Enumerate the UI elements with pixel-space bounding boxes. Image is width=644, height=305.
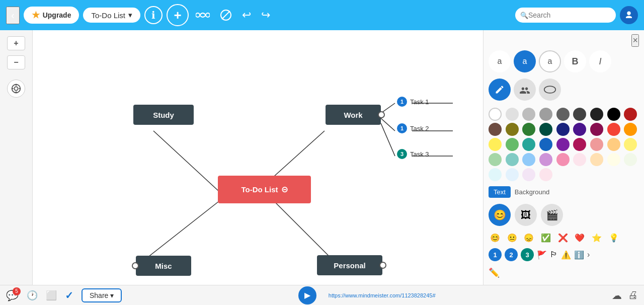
badge-3[interactable]: 3 [521,248,534,261]
flag-red[interactable]: 🚩 [537,250,547,260]
zoom-in-button[interactable]: + [7,36,25,50]
emoji-heart[interactable]: ❤️ [573,231,586,244]
color-swatch[interactable] [624,138,637,151]
color-swatch[interactable] [556,153,570,166]
color-swatch[interactable] [506,153,519,166]
text-style-normal[interactable]: a [489,50,511,72]
color-swatch[interactable] [489,123,502,136]
emoji-neutral[interactable]: 😐 [506,231,519,244]
share-button[interactable]: Share ▾ [82,288,122,302]
task-3-item[interactable]: 3 Task 3 [397,149,429,159]
search-input[interactable] [515,8,616,23]
cloud-icon[interactable]: ☁ [612,289,622,301]
emoji-media-button[interactable]: 😊 [489,204,511,226]
back-button[interactable]: ‹ [6,7,20,24]
color-swatch[interactable] [590,138,603,151]
flag-info[interactable]: ℹ️ [574,250,584,260]
color-swatch[interactable] [590,108,603,121]
color-swatch[interactable] [556,138,570,151]
color-swatch[interactable] [506,168,519,181]
draw-icon[interactable]: ✏️ [489,268,500,278]
color-swatch[interactable] [573,153,586,166]
color-swatch[interactable] [489,168,502,181]
color-swatch[interactable] [624,123,637,136]
color-swatch[interactable] [489,108,502,121]
color-swatch[interactable] [506,138,519,151]
print-icon[interactable]: 🖨 [628,289,638,301]
history-icon[interactable]: 🕐 [27,290,38,301]
panel-close-button[interactable]: × [631,34,639,47]
target-button[interactable] [7,80,25,98]
text-toggle-button[interactable]: Text [489,186,511,198]
badge-1[interactable]: 1 [489,248,502,261]
color-swatch[interactable] [556,108,570,121]
text-style-outline[interactable]: a [539,50,561,72]
check-icon[interactable]: ✓ [65,289,73,301]
info-button[interactable]: ℹ [144,6,163,24]
text-style-bold[interactable]: B [564,50,586,72]
emoji-check[interactable]: ✅ [539,231,552,244]
node-center[interactable]: To-Do List ⊝ [218,176,311,203]
badge-2[interactable]: 2 [505,248,518,261]
color-swatch[interactable] [539,108,552,121]
node-misc[interactable]: Misc [136,256,191,276]
color-swatch[interactable] [522,168,535,181]
diagram-title-button[interactable]: To-Do List ▾ [83,8,140,23]
color-swatch[interactable] [624,108,637,121]
upgrade-button[interactable]: ★ Upgrade [24,7,79,24]
color-swatch[interactable] [539,168,552,181]
color-swatch[interactable] [522,108,535,121]
emoji-star[interactable]: ⭐ [590,231,603,244]
color-swatch[interactable] [590,153,603,166]
color-swatch[interactable] [539,138,552,151]
redo-button[interactable]: ↪ [258,7,273,24]
color-swatch[interactable] [607,153,620,166]
text-style-filled[interactable]: a [514,50,536,72]
zoom-out-button[interactable]: − [7,55,25,69]
play-button[interactable]: ▶ [298,286,316,304]
color-swatch[interactable] [573,108,586,121]
more-emojis-button[interactable]: › [587,250,590,259]
connect-button[interactable] [193,8,213,22]
slash-button[interactable] [217,7,235,23]
color-swatch[interactable] [522,123,535,136]
shape-icon[interactable]: ⬜ [46,290,57,301]
shape-ellipse-button[interactable] [539,79,561,101]
color-swatch[interactable] [522,153,535,166]
image-media-button[interactable]: 🖼 [515,204,537,226]
color-swatch[interactable] [624,153,637,166]
emoji-bulb[interactable]: 💡 [607,231,620,244]
color-swatch[interactable] [539,153,552,166]
text-style-italic[interactable]: I [589,50,611,72]
video-media-button[interactable]: 🎬 [541,204,563,226]
emoji-happy[interactable]: 😊 [489,231,502,244]
node-study[interactable]: Study [133,105,194,125]
color-swatch[interactable] [556,123,570,136]
color-swatch[interactable] [539,123,552,136]
avatar-button[interactable] [620,6,638,24]
undo-button[interactable]: ↩ [239,7,254,24]
add-button[interactable]: + [167,4,189,26]
canvas-area[interactable]: Study Work 1 Task 1 1 Task 2 3 Task 3 To… [33,30,483,285]
task-2-item[interactable]: 1 Task 2 [397,123,429,133]
emoji-sad[interactable]: 😞 [522,231,535,244]
shape-edit-button[interactable] [489,79,511,101]
color-swatch[interactable] [573,138,586,151]
color-swatch[interactable] [506,123,519,136]
color-swatch[interactable] [573,123,586,136]
shape-users-button[interactable] [514,79,536,101]
color-swatch[interactable] [522,138,535,151]
node-work[interactable]: Work [326,105,381,125]
flag-warning[interactable]: ⚠️ [561,250,571,260]
emoji-cross[interactable]: ❌ [556,231,570,244]
color-swatch[interactable] [506,108,519,121]
node-personal[interactable]: Personal [317,255,382,275]
color-swatch[interactable] [489,153,502,166]
color-swatch[interactable] [590,123,603,136]
notification-area[interactable]: 💬 5 [6,289,19,301]
color-swatch[interactable] [489,138,502,151]
task-1-item[interactable]: 1 Task 1 [397,97,429,107]
flag-white[interactable]: 🏳 [550,250,558,259]
color-swatch[interactable] [607,138,620,151]
color-swatch[interactable] [607,108,620,121]
